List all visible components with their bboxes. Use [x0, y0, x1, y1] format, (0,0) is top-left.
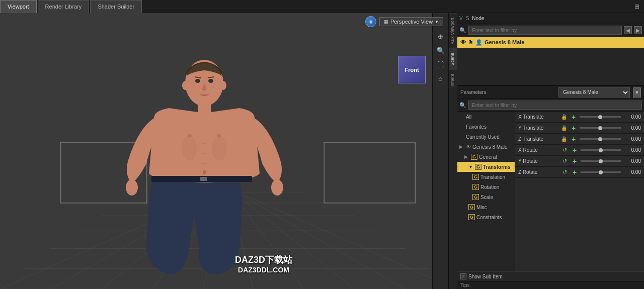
tree-item-scale[interactable]: G Scale	[457, 192, 515, 202]
perspective-view-button[interactable]: ▦ Perspective View ▼	[379, 17, 443, 26]
scene-panel-content	[457, 48, 644, 85]
rotate-icon-yr[interactable]: ↺	[560, 157, 569, 165]
g-icon-translation: G	[472, 174, 479, 180]
top-tab-bar: Viewport Render Library Shader Builder ⊞	[0, 0, 644, 13]
tree-item-misc[interactable]: G Misc	[457, 202, 515, 212]
parameters-header: Parameters Genesis 8 Male ▼	[457, 86, 644, 99]
viewport[interactable]: ◉ ▦ Perspective View ▼ Front ✛ ⊕ 🔍 ⛶ ⌂ D…	[0, 13, 448, 289]
params-tree-container: All Favorites Currently Used ▶ 👁	[457, 112, 644, 271]
lock-icon-zt[interactable]: 🔒	[560, 136, 568, 143]
svg-point-38	[188, 134, 192, 137]
character-model	[104, 48, 305, 289]
add-btn-zt[interactable]: +	[570, 135, 578, 143]
add-btn-yr[interactable]: +	[571, 157, 579, 165]
tree-item-all[interactable]: All	[457, 112, 515, 122]
frame-icon[interactable]: ⛶	[435, 58, 447, 70]
g-icon-transforms: G	[475, 164, 481, 170]
eye-icon: 👁	[460, 39, 466, 45]
view-cube[interactable]: Front	[398, 56, 428, 86]
params-dropdown-arrow[interactable]: ▼	[633, 87, 641, 98]
parameters-panel: Parameters Genesis 8 Male ▼ 🔍	[457, 86, 644, 289]
prop-z-rotate: Z Rotate ↺ + 0.00	[515, 167, 644, 178]
tree-item-rotation[interactable]: G Rotation	[457, 182, 515, 192]
params-tree-left: All Favorites Currently Used ▶ 👁	[457, 112, 515, 271]
search-next-btn[interactable]: ▶	[634, 26, 642, 34]
scene-search-bar: 🔍 ◀ ▶	[457, 24, 644, 37]
right-section: Aux Viewport Scene nment V S Node	[448, 13, 644, 289]
svg-point-32	[195, 79, 200, 83]
tree-label: Genesis 8 Male	[472, 144, 507, 150]
tree-item-genesis[interactable]: ▶ 👁 Genesis 8 Male	[457, 142, 515, 152]
slider-input-zt[interactable]	[580, 138, 621, 140]
tree-label: Currently Used	[466, 134, 500, 140]
view-cube-face-front[interactable]: Front	[398, 56, 426, 83]
prop-x-rotate: X Rotate ↺ + 0.00	[515, 145, 644, 156]
add-btn-xt[interactable]: +	[570, 113, 578, 121]
params-search-input[interactable]	[468, 101, 642, 110]
tab-v[interactable]: V	[459, 16, 463, 21]
search-zoom-icon[interactable]: 🔍	[435, 44, 447, 56]
show-sub-item-row: ✓ Show Sub Item	[457, 271, 644, 281]
tree-item-translation[interactable]: G Translation	[457, 172, 515, 182]
layout-icon[interactable]: ⊞	[632, 2, 642, 12]
tab-viewport[interactable]: Viewport	[0, 0, 37, 13]
tree-label: Favorites	[466, 124, 487, 130]
slider-input-xr[interactable]	[581, 149, 621, 151]
svg-point-22	[126, 179, 138, 196]
slider-xr	[581, 149, 621, 151]
scene-search-input[interactable]	[468, 26, 622, 35]
g-icon-general: G	[471, 154, 477, 160]
tree-item-transforms[interactable]: ▼ G Transforms	[457, 162, 515, 172]
side-tab-aux-viewport[interactable]: Aux Viewport	[449, 13, 457, 48]
add-btn-xr[interactable]: +	[571, 146, 579, 154]
rotate-icon-zr[interactable]: ↺	[560, 168, 569, 176]
g-icon-misc: G	[468, 204, 475, 210]
slider-zr	[581, 171, 621, 173]
tab-s[interactable]: S	[466, 16, 469, 21]
tree-item-constraints[interactable]: G Constraints	[457, 212, 515, 222]
tab-node[interactable]: Node	[472, 16, 484, 21]
prop-y-rotate: Y Rotate ↺ + 0.00	[515, 156, 644, 167]
tree-item-general[interactable]: ▶ G General	[457, 152, 515, 162]
tips-row: Tips	[457, 281, 644, 289]
slider-input-yr[interactable]	[581, 160, 621, 162]
slider-input-zr[interactable]	[581, 171, 621, 173]
add-btn-zr[interactable]: +	[571, 168, 579, 176]
g-icon-scale: G	[472, 194, 479, 200]
tree-label: Translation	[480, 174, 505, 180]
show-sub-item-checkbox-wrap[interactable]: ✓ Show Sub Item	[460, 273, 503, 279]
side-tab-environment[interactable]: nment	[449, 69, 457, 90]
svg-point-31	[203, 170, 206, 174]
svg-rect-25	[200, 177, 207, 181]
g-icon-rotation: G	[472, 184, 479, 190]
g-icon-constraints: G	[468, 214, 475, 220]
rotate-icon-xr[interactable]: ↺	[560, 146, 569, 154]
tab-render-library[interactable]: Render Library	[38, 0, 90, 13]
params-label: Parameters	[460, 89, 487, 95]
search-prev-btn[interactable]: ◀	[624, 26, 632, 34]
globe-icon[interactable]: ◉	[365, 16, 376, 27]
side-tab-scene[interactable]: Scene	[449, 48, 457, 70]
params-node-selector[interactable]: Genesis 8 Male	[558, 87, 630, 98]
lock-icon-xt[interactable]: 🔒	[560, 114, 568, 121]
tree-label: General	[479, 154, 497, 160]
prop-y-translate: Y Translate 🔒 + 0.00	[515, 123, 644, 134]
selected-node-row[interactable]: 👁 🖱 👤 Genesis 8 Male	[457, 37, 644, 48]
tree-label: Rotation	[480, 184, 499, 190]
svg-point-33	[208, 79, 213, 83]
show-sub-item-checkbox[interactable]: ✓	[460, 273, 466, 279]
svg-point-23	[271, 179, 283, 196]
rotate-icon[interactable]: ⊕	[435, 30, 447, 42]
add-btn-yt[interactable]: +	[570, 124, 578, 132]
tree-item-currently-used[interactable]: Currently Used	[457, 132, 515, 142]
lock-icon-yt[interactable]: 🔒	[560, 125, 568, 132]
svg-point-37	[220, 81, 226, 90]
tree-item-favorites[interactable]: Favorites	[457, 122, 515, 132]
home-icon[interactable]: ⌂	[435, 72, 447, 84]
search-icon: 🔍	[459, 27, 466, 34]
svg-point-39	[217, 134, 221, 137]
slider-input-xt[interactable]	[580, 116, 621, 118]
slider-input-yt[interactable]	[580, 127, 621, 129]
eye-small-icon: 👁	[466, 144, 471, 150]
tab-shader-builder[interactable]: Shader Builder	[90, 0, 142, 13]
